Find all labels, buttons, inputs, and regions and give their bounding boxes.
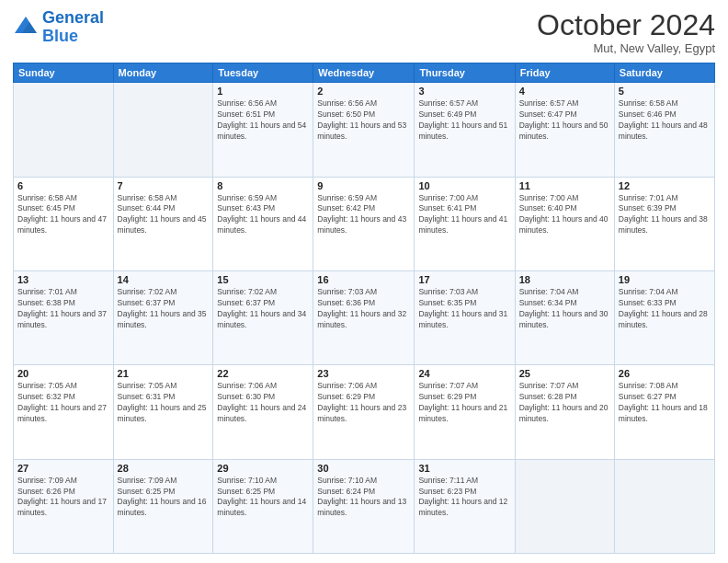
day-info: Sunrise: 7:05 AM Sunset: 6:32 PM Dayligh… [17, 381, 109, 425]
daylight-text: Daylight: 11 hours and 25 minutes. [118, 403, 210, 425]
day-info: Sunrise: 7:06 AM Sunset: 6:29 PM Dayligh… [317, 381, 410, 425]
sunset-text: Sunset: 6:45 PM [17, 203, 109, 214]
calendar-week-row: 20 Sunrise: 7:05 AM Sunset: 6:32 PM Dayl… [14, 365, 715, 459]
sunrise-text: Sunrise: 7:02 AM [217, 287, 309, 298]
sunset-text: Sunset: 6:47 PM [519, 109, 610, 121]
daylight-text: Daylight: 11 hours and 17 minutes. [17, 497, 109, 519]
table-row: 4 Sunrise: 6:57 AM Sunset: 6:47 PM Dayli… [515, 83, 614, 177]
daylight-text: Daylight: 11 hours and 28 minutes. [619, 309, 711, 331]
daylight-text: Daylight: 11 hours and 53 minutes. [317, 121, 410, 143]
day-info: Sunrise: 6:56 AM Sunset: 6:50 PM Dayligh… [317, 98, 410, 143]
day-info: Sunrise: 7:04 AM Sunset: 6:34 PM Dayligh… [519, 287, 610, 331]
day-number: 28 [118, 463, 210, 474]
sunrise-text: Sunrise: 6:57 AM [519, 98, 610, 109]
sunset-text: Sunset: 6:51 PM [217, 109, 309, 121]
daylight-text: Daylight: 11 hours and 38 minutes. [619, 214, 711, 236]
header: General Blue October 2024 Mut, New Valle… [13, 9, 715, 55]
daylight-text: Daylight: 11 hours and 34 minutes. [217, 309, 309, 331]
day-info: Sunrise: 7:02 AM Sunset: 6:37 PM Dayligh… [217, 287, 309, 331]
daylight-text: Daylight: 11 hours and 20 minutes. [519, 403, 610, 425]
table-row: 19 Sunrise: 7:04 AM Sunset: 6:33 PM Dayl… [614, 270, 714, 364]
sunset-text: Sunset: 6:37 PM [217, 298, 309, 309]
day-number: 2 [317, 86, 410, 97]
daylight-text: Daylight: 11 hours and 35 minutes. [118, 309, 210, 331]
day-number: 1 [217, 86, 309, 97]
sunset-text: Sunset: 6:27 PM [619, 392, 711, 403]
day-info: Sunrise: 7:01 AM Sunset: 6:38 PM Dayligh… [17, 287, 109, 331]
table-row: 8 Sunrise: 6:59 AM Sunset: 6:43 PM Dayli… [213, 177, 313, 270]
sunrise-text: Sunrise: 6:59 AM [217, 193, 309, 204]
sunrise-text: Sunrise: 7:07 AM [519, 381, 610, 392]
table-row: 18 Sunrise: 7:04 AM Sunset: 6:34 PM Dayl… [515, 270, 614, 364]
sunrise-text: Sunrise: 7:00 AM [418, 193, 510, 204]
day-info: Sunrise: 7:05 AM Sunset: 6:31 PM Dayligh… [118, 381, 210, 425]
table-row [614, 459, 714, 553]
daylight-text: Daylight: 11 hours and 24 minutes. [217, 403, 309, 425]
sunset-text: Sunset: 6:35 PM [418, 298, 510, 309]
day-info: Sunrise: 7:04 AM Sunset: 6:33 PM Dayligh… [619, 287, 711, 331]
calendar-table: Sunday Monday Tuesday Wednesday Thursday… [13, 63, 715, 554]
day-number: 24 [418, 368, 510, 379]
day-info: Sunrise: 7:00 AM Sunset: 6:41 PM Dayligh… [418, 193, 510, 237]
logo: General Blue [13, 9, 104, 46]
sunset-text: Sunset: 6:31 PM [118, 392, 210, 403]
sunrise-text: Sunrise: 6:56 AM [217, 98, 309, 109]
table-row: 9 Sunrise: 6:59 AM Sunset: 6:42 PM Dayli… [313, 177, 415, 270]
daylight-text: Daylight: 11 hours and 31 minutes. [418, 309, 510, 331]
table-row: 2 Sunrise: 6:56 AM Sunset: 6:50 PM Dayli… [313, 83, 415, 177]
col-monday: Monday [113, 63, 213, 83]
day-number: 13 [17, 274, 109, 285]
table-row: 23 Sunrise: 7:06 AM Sunset: 6:29 PM Dayl… [313, 365, 415, 459]
table-row: 16 Sunrise: 7:03 AM Sunset: 6:36 PM Dayl… [313, 270, 415, 364]
table-row: 20 Sunrise: 7:05 AM Sunset: 6:32 PM Dayl… [14, 365, 114, 459]
day-number: 30 [317, 463, 410, 474]
day-number: 6 [17, 180, 109, 191]
table-row: 27 Sunrise: 7:09 AM Sunset: 6:26 PM Dayl… [14, 459, 114, 553]
sunrise-text: Sunrise: 7:01 AM [619, 193, 711, 204]
sunset-text: Sunset: 6:42 PM [317, 203, 410, 214]
table-row: 13 Sunrise: 7:01 AM Sunset: 6:38 PM Dayl… [14, 270, 114, 364]
sunset-text: Sunset: 6:32 PM [17, 392, 109, 403]
sunset-text: Sunset: 6:49 PM [418, 109, 510, 121]
day-info: Sunrise: 7:09 AM Sunset: 6:26 PM Dayligh… [17, 476, 109, 520]
table-row: 5 Sunrise: 6:58 AM Sunset: 6:46 PM Dayli… [614, 83, 714, 177]
logo-icon [13, 15, 39, 40]
day-number: 18 [519, 274, 610, 285]
sunrise-text: Sunrise: 7:03 AM [317, 287, 410, 298]
sunrise-text: Sunrise: 7:10 AM [217, 476, 309, 487]
day-number: 26 [619, 368, 711, 379]
sunrise-text: Sunrise: 6:58 AM [17, 193, 109, 204]
calendar-title: October 2024 [537, 9, 715, 41]
sunset-text: Sunset: 6:41 PM [418, 203, 510, 214]
day-info: Sunrise: 6:56 AM Sunset: 6:51 PM Dayligh… [217, 98, 309, 143]
table-row: 14 Sunrise: 7:02 AM Sunset: 6:37 PM Dayl… [113, 270, 213, 364]
sunset-text: Sunset: 6:50 PM [317, 109, 410, 121]
title-block: October 2024 Mut, New Valley, Egypt [537, 9, 715, 55]
day-info: Sunrise: 7:11 AM Sunset: 6:23 PM Dayligh… [418, 476, 510, 520]
col-saturday: Saturday [614, 63, 714, 83]
day-number: 16 [317, 274, 410, 285]
table-row: 30 Sunrise: 7:10 AM Sunset: 6:24 PM Dayl… [313, 459, 415, 553]
day-number: 11 [519, 180, 610, 191]
sunset-text: Sunset: 6:36 PM [317, 298, 410, 309]
table-row: 3 Sunrise: 6:57 AM Sunset: 6:49 PM Dayli… [415, 83, 515, 177]
sunrise-text: Sunrise: 7:11 AM [418, 476, 510, 487]
sunset-text: Sunset: 6:26 PM [17, 487, 109, 498]
sunrise-text: Sunrise: 6:56 AM [317, 98, 410, 109]
day-number: 23 [317, 368, 410, 379]
sunrise-text: Sunrise: 7:05 AM [17, 381, 109, 392]
sunset-text: Sunset: 6:23 PM [418, 487, 510, 498]
daylight-text: Daylight: 11 hours and 18 minutes. [619, 403, 711, 425]
daylight-text: Daylight: 11 hours and 44 minutes. [217, 214, 309, 236]
table-row: 24 Sunrise: 7:07 AM Sunset: 6:29 PM Dayl… [415, 365, 515, 459]
day-number: 31 [418, 463, 510, 474]
table-row: 6 Sunrise: 6:58 AM Sunset: 6:45 PM Dayli… [14, 177, 114, 270]
day-number: 7 [118, 180, 210, 191]
day-number: 29 [217, 463, 309, 474]
sunrise-text: Sunrise: 7:09 AM [17, 476, 109, 487]
table-row [113, 83, 213, 177]
sunset-text: Sunset: 6:25 PM [217, 487, 309, 498]
table-row: 17 Sunrise: 7:03 AM Sunset: 6:35 PM Dayl… [415, 270, 515, 364]
daylight-text: Daylight: 11 hours and 27 minutes. [17, 403, 109, 425]
sunset-text: Sunset: 6:29 PM [418, 392, 510, 403]
